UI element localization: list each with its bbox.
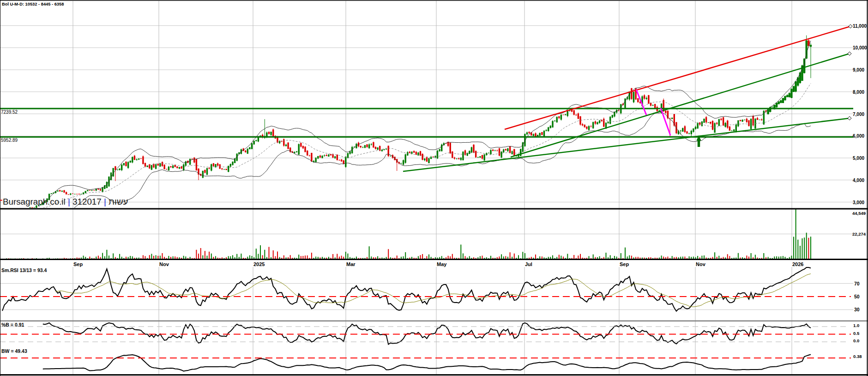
svg-text:0.38: 0.38 [853, 354, 862, 359]
svg-text:2025: 2025 [253, 261, 265, 267]
svg-text:May: May [437, 261, 447, 267]
svg-text:5,000: 5,000 [853, 156, 864, 161]
svg-text:BW = 49.43: BW = 49.43 [1, 348, 27, 354]
svg-text:3,000: 3,000 [853, 200, 864, 205]
svg-text:Bursagraph.co.il | 312017 | עש: Bursagraph.co.il | 312017 | עשות [3, 197, 128, 206]
svg-text:0.0: 0.0 [853, 338, 859, 343]
svg-text:8,000: 8,000 [853, 90, 864, 95]
svg-text:7239.52: 7239.52 [1, 109, 18, 115]
svg-text:Bol U-M-D: 10532 - 8445 - 6358: Bol U-M-D: 10532 - 8445 - 6358 [2, 2, 64, 6]
svg-text:Sm.RSI 13/13 = 93.4: Sm.RSI 13/13 = 93.4 [1, 267, 47, 273]
svg-text:2026: 2026 [792, 261, 803, 267]
svg-text:1.0: 1.0 [853, 323, 859, 328]
svg-text:10,000: 10,000 [853, 45, 867, 50]
svg-text:11,000: 11,000 [853, 24, 867, 29]
svg-text:Nov: Nov [159, 261, 169, 267]
svg-text:Jul: Jul [525, 261, 532, 267]
svg-text:6,000: 6,000 [853, 133, 864, 139]
svg-text:70: 70 [854, 281, 860, 286]
svg-text:%B = 0.91: %B = 0.91 [1, 322, 24, 327]
svg-text:7,000: 7,000 [853, 112, 864, 117]
svg-text:4,000: 4,000 [853, 178, 864, 183]
svg-text:Sep: Sep [73, 261, 83, 267]
svg-text:Nov: Nov [696, 261, 706, 267]
svg-text:Sep: Sep [620, 261, 629, 267]
svg-text:9,000: 9,000 [853, 67, 864, 73]
svg-text:5952.89: 5952.89 [1, 138, 18, 143]
svg-text:44,549: 44,549 [852, 211, 866, 216]
svg-text:0.5: 0.5 [853, 331, 860, 336]
svg-text:Mar: Mar [346, 261, 356, 267]
svg-text:22,274: 22,274 [852, 231, 866, 237]
svg-text:50: 50 [854, 294, 860, 299]
svg-text:30: 30 [854, 307, 860, 312]
